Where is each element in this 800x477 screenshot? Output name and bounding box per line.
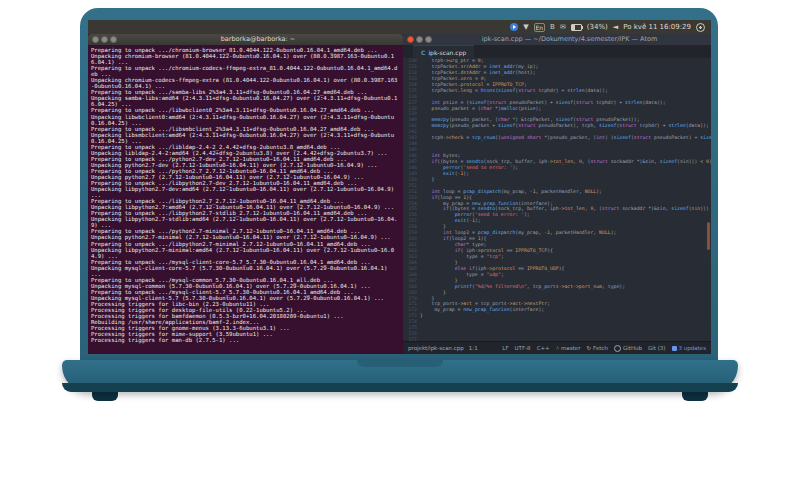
- session-gear-icon[interactable]: [696, 23, 705, 32]
- clock[interactable]: Po kvě 11 16:09:29: [623, 23, 691, 31]
- scrollbar-handle[interactable]: [707, 222, 710, 250]
- line-ending-selector[interactable]: LF: [502, 345, 508, 351]
- close-button[interactable]: [92, 36, 99, 43]
- desktop: ▼ En B ✉ (34%) ◄ Po kvě 11 16:09:29 barb…: [88, 20, 711, 354]
- terminal-title: barborka@barborka: ~: [117, 34, 399, 45]
- maximize-button[interactable]: [425, 36, 432, 43]
- terminal-titlebar[interactable]: barborka@barborka: ~: [88, 34, 403, 45]
- git-panel-button[interactable]: Git (3): [648, 345, 666, 351]
- line-number: 377: [403, 337, 420, 341]
- github-panel-button[interactable]: GitHub: [614, 345, 642, 352]
- git-fetch-button[interactable]: ↻ Fetch: [586, 345, 608, 351]
- tab-label: ipk-scan.cpp: [428, 49, 466, 56]
- updates-button[interactable]: 3 updates: [672, 345, 707, 351]
- tab-ipk-scan[interactable]: C ipk-scan.cpp: [413, 45, 474, 58]
- volume-icon[interactable]: ◄: [613, 24, 618, 31]
- window-area: barborka@barborka: ~ Preparing to unpack…: [88, 34, 711, 354]
- laptop-base: [62, 360, 738, 392]
- editor-title: ipk-scan.cpp — ~/Dokumenty/4.semester/IP…: [432, 34, 707, 45]
- branch-icon: ⑂: [556, 345, 559, 351]
- status-file-path[interactable]: projekt/ipk-scan.cpp: [408, 345, 464, 351]
- close-button[interactable]: [407, 36, 414, 43]
- status-bar: projekt/ipk-scan.cpp 1:1 LF UTF-8 C++ ⑂ …: [403, 341, 711, 354]
- updates-icon: [672, 346, 677, 351]
- keyboard-layout-indicator[interactable]: En: [534, 23, 546, 32]
- terminal-output: Preparing to unpack .../chromium-browser…: [91, 47, 400, 343]
- laptop-base-edge: [62, 383, 738, 392]
- cursor-position[interactable]: 1:1: [469, 345, 478, 351]
- editor-window: ipk-scan.cpp — ~/Dokumenty/4.semester/IP…: [403, 34, 711, 354]
- encoding-selector[interactable]: UTF-8: [515, 345, 531, 351]
- system-panel: ▼ En B ✉ (34%) ◄ Po kvě 11 16:09:29: [88, 20, 711, 34]
- battery-icon[interactable]: [571, 24, 582, 31]
- code-editor[interactable]: 330 tcph->urg_ptr = 0;331 tcpPacket.srcA…: [403, 58, 711, 341]
- laptop-screen-bezel: ▼ En B ✉ (34%) ◄ Po kvě 11 16:09:29 barb…: [80, 8, 718, 360]
- telegram-indicator-icon[interactable]: [510, 23, 518, 31]
- grammar-selector[interactable]: C++: [537, 345, 550, 351]
- sync-icon: ↻: [586, 345, 591, 351]
- tab-bar: C ipk-scan.cpp: [403, 45, 711, 58]
- terminal-body[interactable]: Preparing to unpack .../chromium-browser…: [88, 45, 403, 354]
- bluetooth-icon[interactable]: B: [550, 24, 555, 31]
- minimize-button[interactable]: [416, 36, 423, 43]
- network-wifi-icon[interactable]: ▼: [523, 24, 528, 31]
- cpp-file-icon: C: [421, 49, 425, 56]
- mail-icon[interactable]: ✉: [560, 24, 566, 31]
- battery-percentage: (34%): [587, 23, 608, 31]
- github-icon: [614, 345, 621, 352]
- maximize-button[interactable]: [110, 36, 117, 43]
- code-line[interactable]: 377: [403, 337, 711, 341]
- git-branch[interactable]: ⑂ master: [556, 345, 581, 351]
- terminal-window: barborka@barborka: ~ Preparing to unpack…: [88, 34, 403, 354]
- minimize-button[interactable]: [101, 36, 108, 43]
- laptop-latch-notch: [357, 360, 443, 367]
- editor-titlebar[interactable]: ipk-scan.cpp — ~/Dokumenty/4.semester/IP…: [403, 34, 711, 45]
